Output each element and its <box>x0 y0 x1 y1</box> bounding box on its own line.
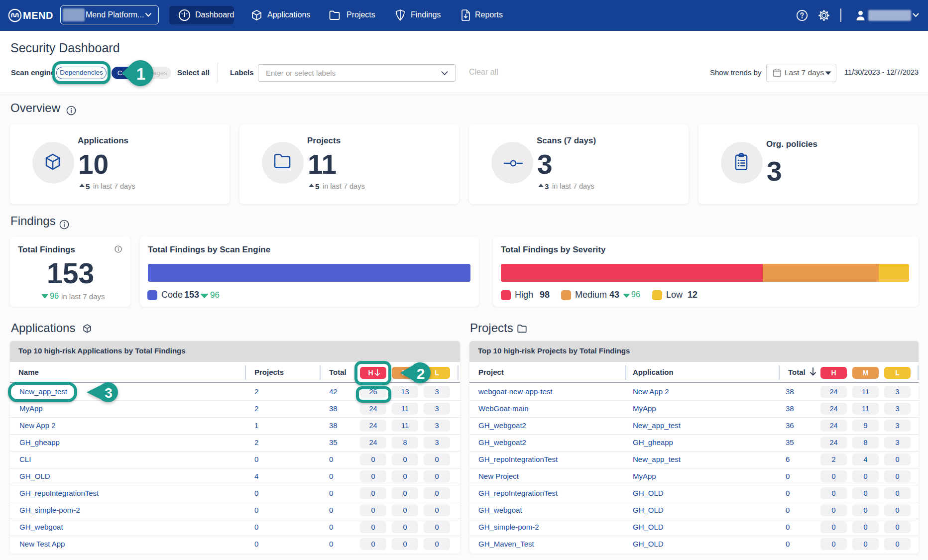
svg-text:1: 1 <box>136 65 145 83</box>
svg-text:3: 3 <box>105 385 113 401</box>
svg-text:2: 2 <box>417 365 425 382</box>
